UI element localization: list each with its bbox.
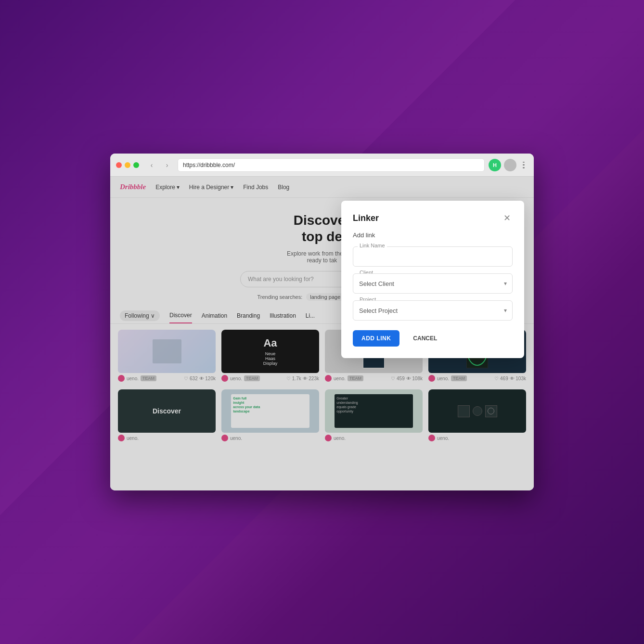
modal-title: Linker (353, 213, 379, 223)
browser-menu-button[interactable] (519, 161, 528, 169)
menu-dot (523, 164, 525, 166)
project-field: Project Select Project ▾ (353, 300, 513, 321)
close-button[interactable] (116, 162, 122, 168)
browser-chrome: ‹ › https://dribbble.com/ H (110, 154, 534, 177)
chevron-down-icon: ▾ (504, 307, 507, 314)
cancel-button[interactable]: CANCEL (404, 330, 446, 347)
linker-modal: Linker ✕ Add link Link Name Client (341, 201, 524, 358)
menu-dot (523, 162, 525, 163)
nav-arrows: ‹ › (145, 158, 174, 172)
dribbble-page: Dribbble Explore ▾ Hire a Designer ▾ Fin… (110, 177, 534, 490)
menu-dot (523, 167, 525, 168)
modal-close-button[interactable]: ✕ (501, 212, 513, 224)
link-name-input[interactable] (353, 246, 513, 267)
modal-subtitle: Add link (353, 232, 513, 239)
client-select[interactable]: Select Client (353, 273, 513, 294)
extension-icon-gray[interactable] (504, 159, 516, 171)
link-name-field: Link Name (353, 246, 513, 267)
add-link-button[interactable]: ADD LINK (353, 330, 399, 347)
modal-actions: ADD LINK CANCEL (353, 330, 513, 347)
modal-header: Linker ✕ (353, 212, 513, 224)
back-button[interactable]: ‹ (145, 158, 158, 172)
browser-window: ‹ › https://dribbble.com/ H Dribbble Exp… (110, 154, 534, 490)
forward-button[interactable]: › (160, 158, 174, 172)
maximize-button[interactable] (133, 162, 139, 168)
project-select[interactable]: Select Project (353, 300, 513, 321)
link-name-label: Link Name (358, 243, 387, 248)
client-field: Client Select Client ▾ (353, 273, 513, 294)
extension-icon-green[interactable]: H (489, 159, 501, 171)
traffic-lights (116, 162, 139, 168)
modal-overlay: Linker ✕ Add link Link Name Client (110, 177, 534, 490)
browser-actions: H (489, 159, 528, 171)
url-text: https://dribbble.com/ (183, 162, 235, 168)
address-bar[interactable]: https://dribbble.com/ (178, 158, 485, 172)
chevron-down-icon: ▾ (504, 280, 507, 287)
browser-content: Dribbble Explore ▾ Hire a Designer ▾ Fin… (110, 177, 534, 490)
minimize-button[interactable] (125, 162, 130, 168)
